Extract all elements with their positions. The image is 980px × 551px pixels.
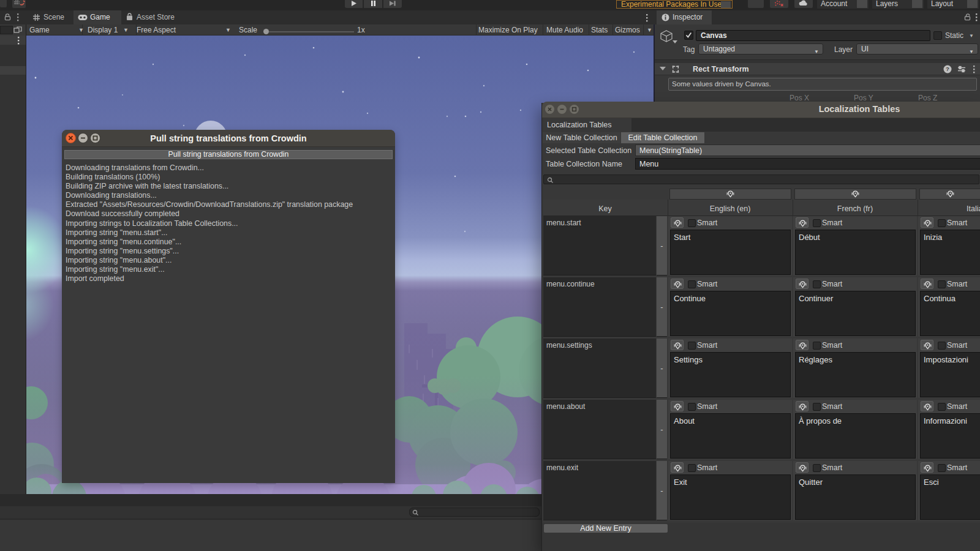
svg-text:?: ? [946, 66, 949, 72]
